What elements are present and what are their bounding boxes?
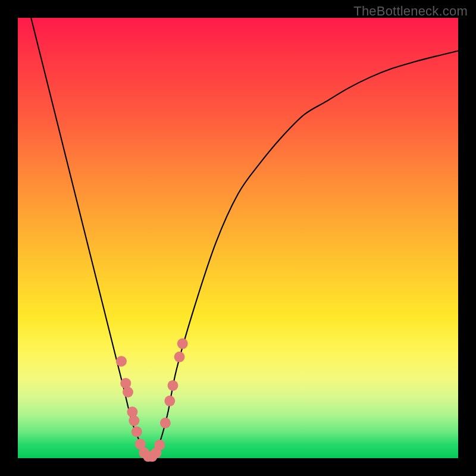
highlight-dot [164,396,175,406]
highlight-dot [154,440,165,450]
highlight-dot [167,380,178,391]
watermark-text: TheBottleneck.com [353,4,468,19]
chart-svg [18,18,458,458]
highlight-dot [129,415,139,426]
chart-plot-area [18,18,458,458]
highlight-dot [174,352,185,362]
highlight-dot [177,339,188,349]
bottleneck-curve [31,18,458,459]
highlight-dot [123,387,133,397]
highlight-dot [160,418,171,428]
highlight-dot [116,356,127,367]
highlight-dot [127,406,137,417]
highlight-dot [131,427,142,437]
